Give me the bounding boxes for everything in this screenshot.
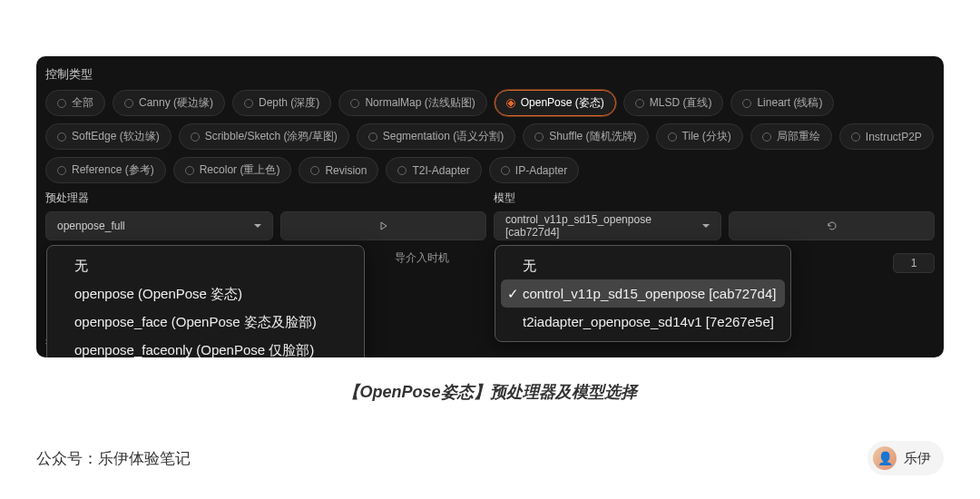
control-type-pill-label: 全部 xyxy=(72,95,93,111)
preprocessor-label: 预处理器 xyxy=(45,191,486,206)
chevron-down-icon xyxy=(254,224,261,228)
control-type-pill-label: OpenPose (姿态) xyxy=(521,95,604,111)
control-type-pill-label: Tile (分块) xyxy=(682,129,731,144)
control-type-pill-label: MLSD (直线) xyxy=(650,95,712,111)
preprocessor-dropdown: 无openpose (OpenPose 姿态)openpose_face (Op… xyxy=(46,245,365,357)
dropdown-item[interactable]: openpose_face (OpenPose 姿态及脸部) xyxy=(53,308,358,336)
control-type-pill-label: Canny (硬边缘) xyxy=(139,95,213,111)
play-icon xyxy=(379,221,388,230)
controlnet-panel: 控制类型 全部Canny (硬边缘)Depth (深度)NormalMap (法… xyxy=(36,56,944,357)
control-type-pill[interactable]: OpenPose (姿态) xyxy=(495,90,616,116)
control-type-pill[interactable]: Depth (深度) xyxy=(232,90,331,116)
radio-dot-icon xyxy=(191,132,200,142)
radio-dot-icon xyxy=(310,166,319,175)
control-type-pill[interactable]: Lineart (线稿) xyxy=(730,90,834,116)
model-label: 模型 xyxy=(494,191,935,206)
control-type-pill[interactable]: Tile (分块) xyxy=(656,123,743,150)
radio-dot-icon xyxy=(57,166,66,175)
control-type-pill[interactable]: Scribble/Sketch (涂鸦/草图) xyxy=(179,123,349,150)
control-type-pill[interactable]: SoftEdge (软边缘) xyxy=(45,123,172,150)
control-type-pill-label: Reference (参考) xyxy=(72,162,154,178)
radio-dot-icon xyxy=(742,99,751,108)
control-type-pill-label: Revision xyxy=(325,164,367,177)
control-type-pill-label: NormalMap (法线贴图) xyxy=(365,95,475,111)
model-select[interactable]: control_v11p_sd15_openpose [cab727d4] 无c… xyxy=(494,211,721,240)
radio-dot-icon xyxy=(350,99,359,108)
preprocessor-select[interactable]: openpose_full 无openpose (OpenPose 姿态)ope… xyxy=(45,211,273,240)
radio-dot-icon xyxy=(762,132,771,142)
control-type-label: 控制类型 xyxy=(45,61,935,90)
control-type-pill-label: Scribble/Sketch (涂鸦/草图) xyxy=(205,129,338,144)
chevron-down-icon xyxy=(702,224,710,228)
refresh-icon xyxy=(827,220,838,231)
radio-dot-icon xyxy=(635,99,644,108)
dropdown-item[interactable]: 无 xyxy=(501,251,785,279)
radio-dot-icon xyxy=(124,99,133,108)
timing-label: 导介入时机 xyxy=(395,250,449,266)
run-preprocessor-button[interactable] xyxy=(280,211,486,240)
radio-dot-icon xyxy=(506,99,515,108)
control-type-pill[interactable]: T2I-Adapter xyxy=(386,157,481,183)
control-type-pill-label: T2I-Adapter xyxy=(412,164,469,177)
model-select-value: control_v11p_sd15_openpose [cab727d4] xyxy=(505,213,702,239)
control-type-pill-label: Lineart (线稿) xyxy=(757,95,822,111)
control-type-pill[interactable]: 全部 xyxy=(45,90,105,116)
radio-dot-icon xyxy=(851,132,860,142)
author-name: 乐伊 xyxy=(904,450,931,467)
control-type-pill[interactable]: Shuffle (随机洗牌) xyxy=(523,123,648,150)
control-type-pill[interactable]: Segmentation (语义分割) xyxy=(357,123,515,150)
control-type-pill-label: InstructP2P xyxy=(866,131,922,143)
control-type-pill[interactable]: IP-Adapter xyxy=(489,157,579,183)
radio-dot-icon xyxy=(368,132,377,142)
control-type-pill[interactable]: NormalMap (法线贴图) xyxy=(338,90,486,116)
control-type-pill[interactable]: Reference (参考) xyxy=(45,157,166,183)
control-type-pill[interactable]: Recolor (重上色) xyxy=(173,157,292,183)
control-type-row: 全部Canny (硬边缘)Depth (深度)NormalMap (法线贴图)O… xyxy=(45,90,935,183)
preprocessor-select-value: openpose_full xyxy=(57,220,125,232)
control-type-pill[interactable]: 局部重绘 xyxy=(750,123,832,150)
control-type-pill-label: Segmentation (语义分割) xyxy=(383,129,504,144)
dropdown-item[interactable]: openpose_faceonly (OpenPose 仅脸部) xyxy=(53,336,358,357)
footer-source: 公众号：乐伊体验笔记 xyxy=(36,448,191,469)
radio-dot-icon xyxy=(501,166,510,175)
refresh-model-button[interactable] xyxy=(729,211,935,240)
control-type-pill-label: SoftEdge (软边缘) xyxy=(72,129,160,144)
radio-dot-icon xyxy=(185,166,194,175)
control-type-pill-label: 局部重绘 xyxy=(777,129,820,144)
control-type-pill[interactable]: Canny (硬边缘) xyxy=(113,90,225,116)
dropdown-item[interactable]: 无 xyxy=(53,251,358,279)
timing-value-input[interactable]: 1 xyxy=(893,253,935,273)
radio-dot-icon xyxy=(57,132,66,142)
dropdown-item[interactable]: t2iadapter_openpose_sd14v1 [7e267e5e] xyxy=(501,308,785,336)
image-caption: 【OpenPose姿态】预处理器及模型选择 xyxy=(36,381,944,403)
radio-dot-icon xyxy=(668,132,677,142)
radio-dot-icon xyxy=(57,99,66,108)
author-badge: 👤 乐伊 xyxy=(867,441,944,475)
radio-dot-icon xyxy=(244,99,253,108)
control-type-pill-label: Depth (深度) xyxy=(259,95,319,111)
dropdown-item[interactable]: control_v11p_sd15_openpose [cab727d4] xyxy=(501,279,785,308)
control-type-pill-label: IP-Adapter xyxy=(515,164,567,177)
dropdown-item[interactable]: openpose (OpenPose 姿态) xyxy=(53,279,358,308)
avatar: 👤 xyxy=(873,446,897,470)
control-type-pill-label: Shuffle (随机洗牌) xyxy=(549,129,636,144)
model-dropdown: 无control_v11p_sd15_openpose [cab727d4]t2… xyxy=(495,245,791,342)
control-type-pill[interactable]: InstructP2P xyxy=(839,123,934,150)
radio-dot-icon xyxy=(397,166,407,175)
control-type-pill-label: Recolor (重上色) xyxy=(200,162,280,178)
control-type-pill[interactable]: Revision xyxy=(299,157,378,183)
control-type-pill[interactable]: MLSD (直线) xyxy=(623,90,724,116)
radio-dot-icon xyxy=(534,132,544,142)
